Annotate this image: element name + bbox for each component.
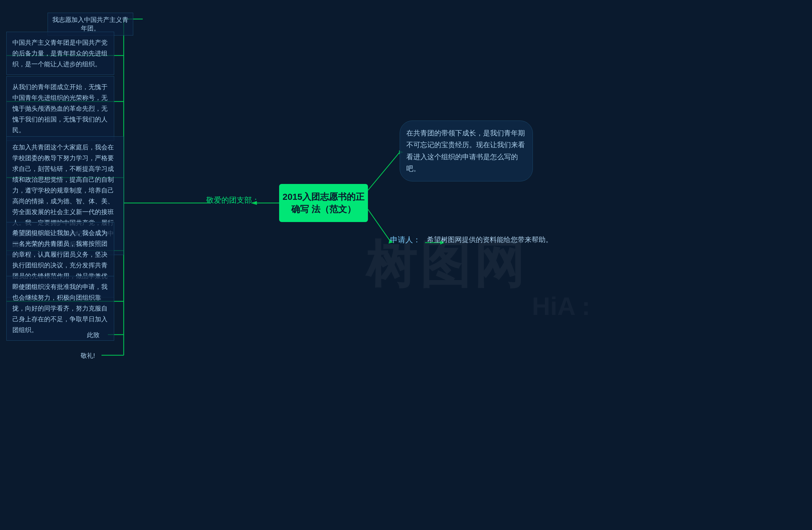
svg-line-14 [368, 209, 390, 241]
right-bottom-node: 申请人： 希望树图网提供的资料能给您带来帮助。 [390, 235, 553, 245]
left-branch-label: 敬爱的团支部： [206, 195, 259, 205]
hia-watermark: HiA : [532, 292, 590, 321]
right-top-node: 在共青团的带领下成长，是我们青年期不可忘记的宝贵经历。现在让我们来看看进入这个组… [400, 120, 533, 181]
svg-line-12 [368, 152, 400, 190]
jingli-label: 敬礼! [76, 349, 102, 363]
cizhi-label: 此致 [83, 328, 108, 342]
central-node: 2015入团志愿书的正确写 法（范文） [279, 184, 368, 222]
left-box-2: 中国共产主义青年团是中国共产党的后备力量，是青年群众的先进组织，是一个能让人进步… [6, 32, 114, 75]
mind-map-container: 树图网 HiA : [0, 0, 812, 530]
left-box-3: 从我们的青年团成立开始，无愧于中国青年先进组织的光荣称号，无愧于抛头颅洒热血的革… [6, 76, 114, 141]
connector-lines [0, 0, 812, 530]
